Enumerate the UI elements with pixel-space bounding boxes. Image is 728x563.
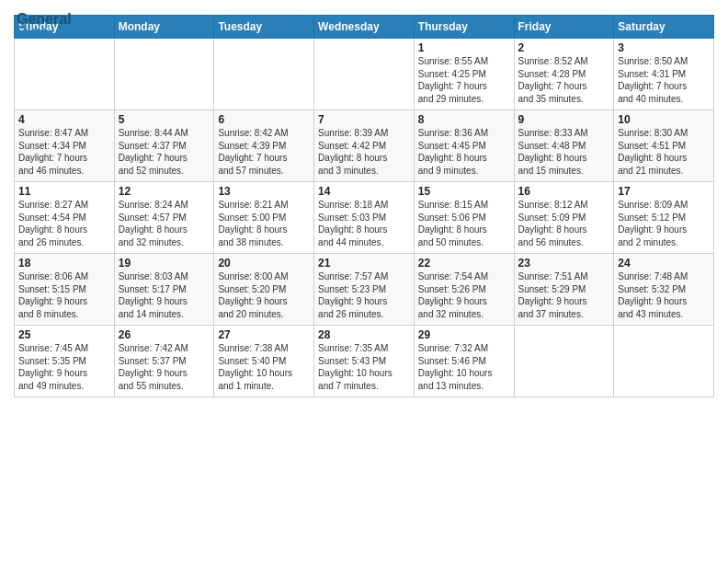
cell-text-line: and 57 minutes.	[218, 165, 310, 178]
calendar-cell: 23Sunrise: 7:51 AMSunset: 5:29 PMDayligh…	[514, 254, 614, 326]
day-number: 2	[518, 41, 610, 54]
cell-text-line: and 56 minutes.	[518, 236, 610, 249]
day-number: 17	[618, 185, 710, 198]
cell-text-line: Daylight: 9 hours	[618, 295, 710, 308]
cell-text-line: Sunset: 4:25 PM	[418, 68, 510, 81]
cell-text-line: Sunset: 5:15 PM	[18, 283, 110, 296]
day-number: 25	[18, 328, 110, 341]
cell-text-line: Daylight: 7 hours	[418, 80, 510, 93]
cell-text-line: and 50 minutes.	[418, 236, 510, 249]
cell-text-line: Sunset: 4:34 PM	[18, 140, 110, 153]
cell-text-line: Sunset: 5:43 PM	[318, 355, 410, 368]
cell-text-line: Daylight: 9 hours	[119, 295, 210, 308]
cell-text-line: Sunset: 4:45 PM	[418, 140, 510, 153]
cell-text-line: Sunset: 5:40 PM	[218, 355, 310, 368]
calendar-cell: 18Sunrise: 8:06 AMSunset: 5:15 PMDayligh…	[15, 254, 115, 326]
cell-text-line: and 1 minute.	[218, 380, 310, 393]
cell-text-line: Daylight: 8 hours	[119, 224, 210, 236]
cell-text-line: Sunrise: 8:27 AM	[18, 199, 110, 212]
cell-text-line: Daylight: 8 hours	[618, 152, 710, 165]
cell-text-line: Sunrise: 8:55 AM	[418, 55, 510, 68]
calendar-cell: 29Sunrise: 7:32 AMSunset: 5:46 PMDayligh…	[414, 326, 514, 397]
calendar-cell: 14Sunrise: 8:18 AMSunset: 5:03 PMDayligh…	[314, 182, 415, 254]
calendar-cell: 24Sunrise: 7:48 AMSunset: 5:32 PMDayligh…	[614, 254, 714, 326]
cell-text-line: and 14 minutes.	[119, 308, 210, 321]
day-number: 21	[318, 257, 410, 270]
cell-text-line: Sunset: 5:09 PM	[518, 212, 610, 224]
cell-text-line: Daylight: 7 hours	[218, 152, 310, 165]
cell-text-line: Sunset: 4:57 PM	[119, 212, 210, 224]
day-number: 7	[318, 113, 410, 126]
day-number: 23	[518, 257, 610, 270]
logo: General▲ Blue	[17, 11, 85, 40]
cell-text-line: Sunrise: 8:00 AM	[218, 270, 310, 283]
cell-text-line: Daylight: 10 hours	[318, 367, 410, 380]
cell-text-line: Sunrise: 8:24 AM	[119, 199, 210, 212]
cell-text-line: and 46 minutes.	[18, 165, 110, 178]
day-number: 1	[418, 41, 510, 54]
week-row-2: 11Sunrise: 8:27 AMSunset: 4:54 PMDayligh…	[15, 182, 714, 254]
cell-text-line: Sunrise: 8:12 AM	[518, 199, 610, 212]
cell-text-line: Sunset: 5:20 PM	[218, 283, 310, 296]
cell-text-line: Sunset: 4:37 PM	[119, 140, 210, 153]
day-number: 20	[218, 257, 310, 270]
cell-text-line: Daylight: 8 hours	[218, 224, 310, 236]
day-number: 12	[119, 185, 210, 198]
cell-text-line: Sunset: 4:51 PM	[618, 140, 710, 153]
day-number: 3	[618, 41, 710, 54]
cell-text-line: and 55 minutes.	[119, 380, 210, 393]
cell-text-line: and 49 minutes.	[18, 380, 110, 393]
cell-text-line: Daylight: 9 hours	[618, 224, 710, 236]
weekday-header-monday: Monday	[114, 16, 214, 39]
calendar-cell	[114, 39, 214, 110]
calendar-cell: 16Sunrise: 8:12 AMSunset: 5:09 PMDayligh…	[514, 182, 614, 254]
calendar-cell: 25Sunrise: 7:45 AMSunset: 5:35 PMDayligh…	[15, 326, 115, 397]
calendar-cell: 19Sunrise: 8:03 AMSunset: 5:17 PMDayligh…	[114, 254, 214, 326]
weekday-header-row: SundayMondayTuesdayWednesdayThursdayFrid…	[15, 16, 714, 39]
calendar-cell: 26Sunrise: 7:42 AMSunset: 5:37 PMDayligh…	[114, 326, 214, 397]
cell-text-line: and 32 minutes.	[418, 308, 510, 321]
weekday-header-thursday: Thursday	[414, 16, 514, 39]
day-number: 11	[18, 185, 110, 198]
day-number: 9	[518, 113, 610, 126]
calendar-cell: 21Sunrise: 7:57 AMSunset: 5:23 PMDayligh…	[314, 254, 415, 326]
cell-text-line: Daylight: 9 hours	[218, 295, 310, 308]
cell-text-line: Daylight: 10 hours	[418, 367, 510, 380]
cell-text-line: Sunset: 5:03 PM	[318, 212, 410, 224]
cell-text-line: Daylight: 8 hours	[418, 224, 510, 236]
weekday-header-friday: Friday	[514, 16, 614, 39]
cell-text-line: Sunrise: 7:42 AM	[119, 342, 210, 355]
calendar-cell: 22Sunrise: 7:54 AMSunset: 5:26 PMDayligh…	[414, 254, 514, 326]
calendar-cell: 3Sunrise: 8:50 AMSunset: 4:31 PMDaylight…	[614, 39, 714, 110]
calendar-cell	[314, 39, 415, 110]
cell-text-line: Sunset: 4:48 PM	[518, 140, 610, 153]
cell-text-line: Sunset: 5:32 PM	[618, 283, 710, 296]
cell-text-line: Sunrise: 8:36 AM	[418, 127, 510, 140]
calendar-cell: 15Sunrise: 8:15 AMSunset: 5:06 PMDayligh…	[414, 182, 514, 254]
day-number: 28	[318, 328, 410, 341]
calendar-cell: 1Sunrise: 8:55 AMSunset: 4:25 PMDaylight…	[414, 39, 514, 110]
calendar-cell	[15, 39, 115, 110]
calendar-cell: 2Sunrise: 8:52 AMSunset: 4:28 PMDaylight…	[514, 39, 614, 110]
calendar-cell	[614, 326, 714, 397]
day-number: 27	[218, 328, 310, 341]
cell-text-line: and 15 minutes.	[518, 165, 610, 178]
day-number: 14	[318, 185, 410, 198]
cell-text-line: Daylight: 8 hours	[18, 224, 110, 236]
cell-text-line: Daylight: 9 hours	[518, 295, 610, 308]
cell-text-line: and 35 minutes.	[518, 93, 610, 106]
cell-text-line: and 13 minutes.	[418, 380, 510, 393]
calendar-cell: 11Sunrise: 8:27 AMSunset: 4:54 PMDayligh…	[15, 182, 115, 254]
cell-text-line: and 2 minutes.	[618, 236, 710, 249]
day-number: 10	[618, 113, 710, 126]
cell-text-line: Sunrise: 7:45 AM	[18, 342, 110, 355]
day-number: 22	[418, 257, 510, 270]
cell-text-line: Sunrise: 8:09 AM	[618, 199, 710, 212]
weekday-header-tuesday: Tuesday	[214, 16, 314, 39]
week-row-1: 4Sunrise: 8:47 AMSunset: 4:34 PMDaylight…	[15, 110, 714, 182]
cell-text-line: Sunrise: 8:44 AM	[119, 127, 210, 140]
calendar-cell: 6Sunrise: 8:42 AMSunset: 4:39 PMDaylight…	[214, 110, 314, 182]
cell-text-line: Sunset: 4:42 PM	[318, 140, 410, 153]
day-number: 16	[518, 185, 610, 198]
calendar-cell	[514, 326, 614, 397]
